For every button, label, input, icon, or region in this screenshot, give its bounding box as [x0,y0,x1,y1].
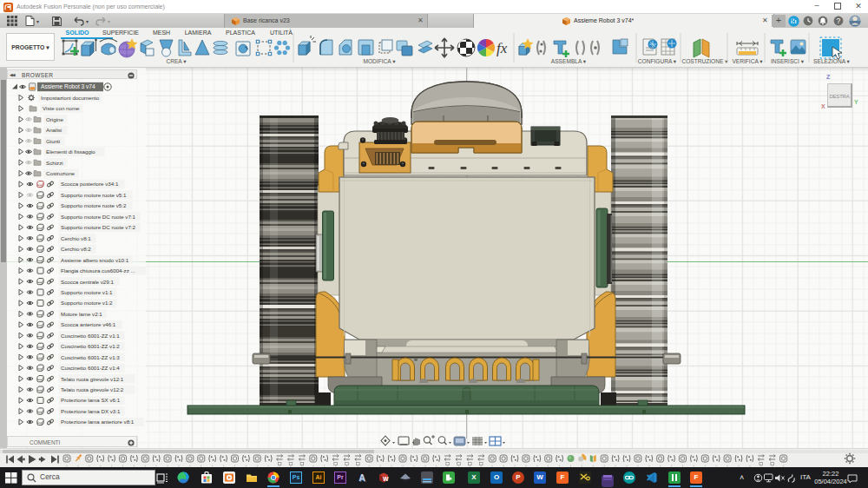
svg-text:Supporto motore DC ruote v7:1: Supporto motore DC ruote v7:1 [61,214,136,220]
svg-text:fx: fx [496,40,508,56]
svg-text:Protezione lama DX v3:1: Protezione lama DX v3:1 [61,408,121,414]
svg-text:Scocca centrale v29:1: Scocca centrale v29:1 [61,279,114,285]
svg-text:Viste con nome: Viste con nome [43,105,80,111]
svg-text:Protezione lama SX v6:1: Protezione lama SX v6:1 [61,397,121,403]
svg-text:Cerchio v8:2: Cerchio v8:2 [61,246,91,252]
svg-text:?: ? [837,16,841,25]
svg-text:Cuscinetto 6001-ZZ v1:4: Cuscinetto 6001-ZZ v1:4 [61,365,120,371]
svg-text:Supporto motore DC ruote v7:2: Supporto motore DC ruote v7:2 [61,224,136,230]
svg-text:Scocca posteriore v34:1: Scocca posteriore v34:1 [61,181,119,187]
svg-text:Giunti: Giunti [46,138,60,144]
svg-text:Supporto motore ruote v5:1: Supporto motore ruote v5:1 [61,192,127,198]
svg-text:Cuscinetto 6001-ZZ v1:1: Cuscinetto 6001-ZZ v1:1 [61,333,120,339]
svg-text:W: W [383,476,389,482]
svg-text:Supporto motore v1:2: Supporto motore v1:2 [61,300,113,306]
svg-text:Schizzi: Schizzi [46,160,63,166]
svg-text:Cerchio v8:1: Cerchio v8:1 [61,235,91,241]
svg-text:Costruzione: Costruzione [46,170,76,176]
svg-text:Impostazioni documento: Impostazioni documento [41,95,100,101]
svg-text:Origine: Origine [46,116,64,122]
svg-text:Flangia chiusura cus6004-zz ..: Flangia chiusura cus6004-zz ... [61,267,135,274]
svg-text:Telaio ruota girevole v12:1: Telaio ruota girevole v12:1 [61,376,124,382]
svg-text:Supporto motore ruote v5:2: Supporto motore ruote v5:2 [61,202,127,208]
svg-text:Assieme albero snodo v10:1: Assieme albero snodo v10:1 [61,257,129,263]
svg-text:Cuscinetto 6001-ZZ v1:3: Cuscinetto 6001-ZZ v1:3 [61,354,120,360]
svg-text:Scocca anteriore v46:1: Scocca anteriore v46:1 [61,321,116,327]
svg-text:Supporto motore v1:1: Supporto motore v1:1 [61,289,113,295]
svg-text:Protezione lama anteriore v8:1: Protezione lama anteriore v8:1 [61,419,135,425]
svg-text:Cuscinetto 6001-ZZ v1:2: Cuscinetto 6001-ZZ v1:2 [61,343,120,349]
svg-text:Elementi di fissaggio: Elementi di fissaggio [46,148,95,155]
svg-text:Assieme Robot 3 v74: Assieme Robot 3 v74 [41,83,95,89]
svg-text:Analisi: Analisi [46,127,62,133]
svg-text:Telaio ruota girevole v12:2: Telaio ruota girevole v12:2 [61,386,124,392]
svg-text:Motore lame v2:1: Motore lame v2:1 [61,311,102,317]
